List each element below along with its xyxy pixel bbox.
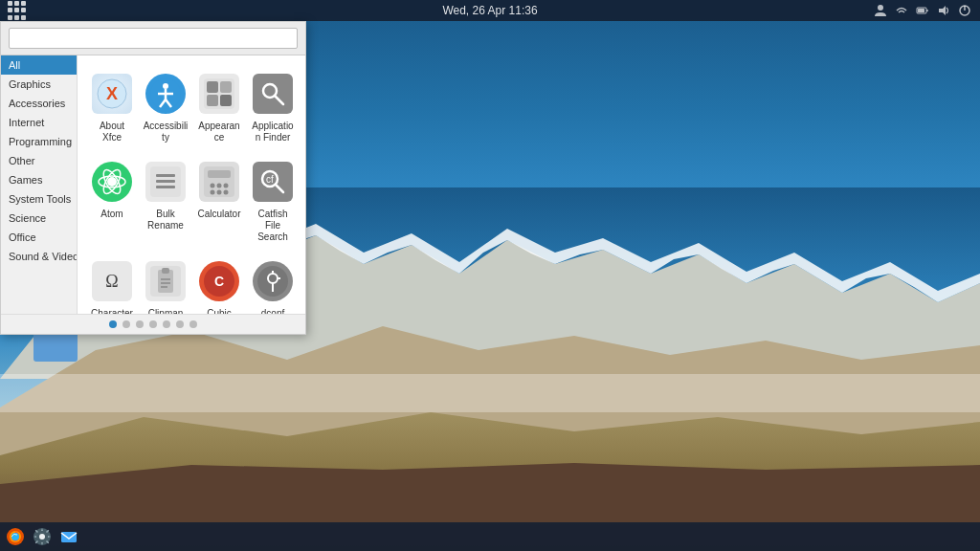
apps-grid: X About Xfce Accessibility Appearance <box>78 55 305 314</box>
app-icon-bulk-rename <box>143 159 189 205</box>
app-label-about-xfce: About Xfce <box>89 121 135 143</box>
category-games[interactable]: Games <box>1 170 77 189</box>
app-cubic[interactable]: C Cubic <box>192 251 246 314</box>
tray-person-icon[interactable] <box>873 3 888 18</box>
app-label-character-map: Character Map <box>89 308 135 314</box>
svg-rect-40 <box>208 170 231 178</box>
svg-point-61 <box>257 266 288 297</box>
tray-volume-icon[interactable] <box>936 3 951 18</box>
tray-power-icon[interactable] <box>957 3 972 18</box>
svg-point-42 <box>217 184 222 188</box>
taskbar <box>0 522 980 551</box>
svg-point-44 <box>211 190 215 195</box>
category-other[interactable]: Other <box>1 151 77 170</box>
app-dconf-editor[interactable]: dconf Editor <box>246 251 300 314</box>
category-all[interactable]: All <box>1 55 77 75</box>
taskbar-firefox[interactable] <box>4 525 27 548</box>
app-accessibility[interactable]: Accessibility <box>139 63 192 151</box>
app-label-cubic: Cubic <box>207 308 232 314</box>
app-search-bar <box>1 22 305 55</box>
app-search-input[interactable] <box>9 28 298 49</box>
svg-rect-55 <box>162 268 169 274</box>
svg-rect-9 <box>918 9 924 12</box>
category-graphics[interactable]: Graphics <box>1 75 77 94</box>
pagination-dot-6[interactable] <box>189 320 197 328</box>
app-atom[interactable]: Atom <box>85 151 139 251</box>
svg-point-7 <box>878 5 883 11</box>
svg-marker-6 <box>0 463 980 522</box>
svg-rect-36 <box>156 174 175 177</box>
taskbar-settings[interactable] <box>31 525 54 548</box>
menu-body: AllGraphicsAccessoriesInternetProgrammin… <box>1 55 305 314</box>
app-label-dconf-editor: dconf Editor <box>250 308 296 314</box>
svg-point-41 <box>211 184 215 188</box>
svg-text:cf: cf <box>266 174 274 185</box>
svg-point-84 <box>39 534 45 540</box>
app-icon-catfish-file-search: cf <box>250 159 296 205</box>
svg-rect-10 <box>926 10 928 11</box>
svg-rect-25 <box>207 95 218 106</box>
svg-point-31 <box>107 177 117 187</box>
app-icon-accessibility <box>143 71 189 117</box>
system-tray <box>873 3 972 18</box>
taskbar-left <box>4 525 80 548</box>
app-label-calculator: Calculator <box>197 209 240 220</box>
app-icon-about-xfce: X <box>89 71 135 117</box>
app-icon-appearance <box>196 71 242 117</box>
svg-rect-23 <box>207 81 218 93</box>
pagination-dot-3[interactable] <box>149 320 157 328</box>
svg-point-45 <box>217 190 222 195</box>
datetime-display: Wed, 26 Apr 11:36 <box>442 4 537 17</box>
app-icon-dconf-editor <box>250 258 296 304</box>
app-appearance[interactable]: Appearance <box>192 63 246 151</box>
app-calculator[interactable]: Calculator <box>192 151 246 251</box>
app-label-appearance: Appearance <box>196 121 242 143</box>
svg-point-17 <box>163 83 168 89</box>
app-clipman[interactable]: Clipman <box>139 251 192 314</box>
pagination-dot-0[interactable] <box>109 320 117 328</box>
app-label-application-finder: Application Finder <box>250 121 296 143</box>
pagination-dot-5[interactable] <box>176 320 184 328</box>
svg-rect-24 <box>220 81 232 93</box>
apps-area: X About Xfce Accessibility Appearance <box>78 55 305 314</box>
app-icon-atom <box>89 159 135 205</box>
category-system-tools[interactable]: System Tools <box>1 189 77 209</box>
apps-menu-button[interactable] <box>8 1 27 20</box>
app-menu: AllGraphicsAccessoriesInternetProgrammin… <box>0 21 306 335</box>
category-sound-video[interactable]: Sound & Video <box>1 247 77 266</box>
pagination-dot-4[interactable] <box>163 320 170 328</box>
svg-marker-3 <box>0 326 980 522</box>
svg-point-43 <box>224 184 229 188</box>
svg-text:Ω: Ω <box>105 272 118 291</box>
category-programming[interactable]: Programming <box>1 132 77 151</box>
app-label-atom: Atom <box>100 209 122 220</box>
tray-network-icon[interactable] <box>894 3 909 18</box>
taskbar-mail[interactable] <box>57 525 80 548</box>
app-bulk-rename[interactable]: Bulk Rename <box>139 151 192 251</box>
category-internet[interactable]: Internet <box>1 113 77 132</box>
app-label-bulk-rename: Bulk Rename <box>143 209 189 231</box>
tray-battery-icon[interactable] <box>915 3 930 18</box>
app-application-finder[interactable]: Application Finder <box>246 63 300 151</box>
app-icon-calculator <box>196 159 242 205</box>
category-accessories[interactable]: Accessories <box>1 94 77 113</box>
category-science[interactable]: Science <box>1 209 77 228</box>
pagination-dot-1[interactable] <box>122 320 130 328</box>
category-office[interactable]: Office <box>1 228 77 247</box>
app-label-catfish-file-search: Catfish File Search <box>250 209 296 243</box>
app-character-map[interactable]: Ω Character Map <box>85 251 139 314</box>
svg-rect-4 <box>0 374 980 412</box>
app-label-accessibility: Accessibility <box>143 121 189 143</box>
svg-rect-37 <box>156 180 175 183</box>
svg-rect-38 <box>156 186 175 188</box>
category-list: AllGraphicsAccessoriesInternetProgrammin… <box>1 55 78 314</box>
top-panel-left <box>8 1 27 20</box>
svg-rect-85 <box>61 532 77 542</box>
pagination <box>1 314 305 334</box>
app-catfish-file-search[interactable]: cf Catfish File Search <box>246 151 300 251</box>
svg-text:C: C <box>214 274 224 289</box>
pagination-dot-2[interactable] <box>136 320 144 328</box>
app-label-clipman: Clipman <box>148 308 184 314</box>
app-icon-clipman <box>143 258 189 304</box>
app-about-xfce[interactable]: X About Xfce <box>85 63 139 151</box>
